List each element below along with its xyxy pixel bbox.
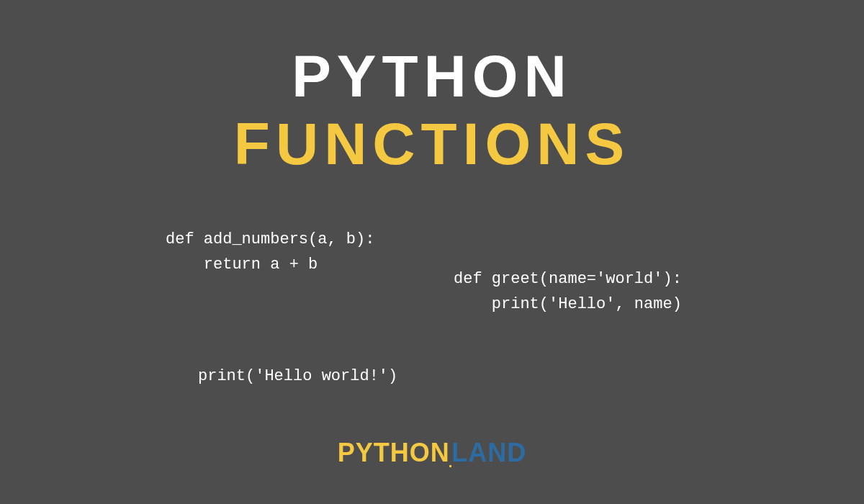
logo-dot: . — [449, 454, 454, 470]
title-container: PYTHON FUNCTIONS — [0, 0, 864, 174]
code-snippet-add-numbers: def add_numbers(a, b): return a + b — [166, 227, 374, 277]
code-snippet-print: print('Hello world!') — [198, 364, 397, 389]
logo-text-python: PYTHON — [338, 438, 450, 467]
footer-logo: PYTHON.LAND — [338, 438, 527, 468]
code-snippet-greet: def greet(name='world'): print('Hello', … — [454, 266, 682, 317]
title-line-1: PYTHON — [0, 47, 864, 106]
logo-text-land: LAND — [451, 438, 526, 467]
title-line-2: FUNCTIONS — [0, 114, 864, 174]
